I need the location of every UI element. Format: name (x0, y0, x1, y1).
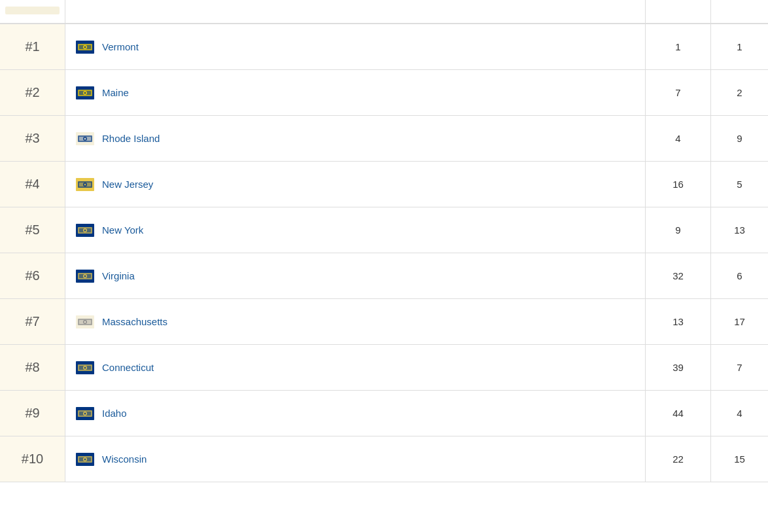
svg-point-19 (84, 183, 86, 185)
rank-cell: #8 (0, 345, 65, 390)
rank-cell: #2 (0, 70, 65, 115)
table-row[interactable]: #8 Connecticut 39 7 (0, 345, 768, 391)
state-cell: Virginia (65, 259, 645, 293)
state-flag (76, 41, 94, 54)
svg-point-9 (84, 92, 86, 94)
state-column-header[interactable] (65, 0, 645, 23)
rankings-table: #1 Vermont 1 1 #2 Maine 7 2 #3 (0, 0, 768, 482)
table-row[interactable]: #1 Vermont 1 1 (0, 24, 768, 70)
rank-cell: #1 (0, 24, 65, 69)
corrections-cell: 16 (645, 162, 710, 207)
rank-cell: #9 (0, 391, 65, 436)
svg-point-24 (84, 229, 86, 231)
rank-cell: #10 (0, 436, 65, 482)
safety-cell: 2 (710, 70, 768, 115)
corrections-cell: 44 (645, 391, 710, 436)
state-name[interactable]: Vermont (102, 41, 139, 52)
state-cell: Rhode Island (65, 122, 645, 156)
safety-cell: 6 (710, 253, 768, 298)
safety-cell: 17 (710, 299, 768, 344)
state-name[interactable]: Maine (102, 87, 129, 98)
safety-cell: 13 (710, 207, 768, 253)
state-flag (76, 86, 94, 99)
state-flag (76, 178, 94, 191)
rank-cell: #6 (0, 253, 65, 298)
state-name[interactable]: New Jersey (102, 179, 153, 190)
state-flag (76, 315, 94, 328)
safety-cell: 4 (710, 391, 768, 436)
table-body: #1 Vermont 1 1 #2 Maine 7 2 #3 (0, 24, 768, 482)
table-row[interactable]: #6 Virginia 32 6 (0, 253, 768, 299)
state-name[interactable]: Idaho (102, 408, 127, 419)
corrections-cell: 13 (645, 299, 710, 344)
rank-cell: #4 (0, 162, 65, 207)
table-row[interactable]: #2 Maine 7 2 (0, 70, 768, 116)
corrections-cell: 7 (645, 70, 710, 115)
corrections-cell: 4 (645, 116, 710, 161)
corrections-cell: 32 (645, 253, 710, 298)
svg-point-29 (84, 275, 86, 277)
state-name[interactable]: Connecticut (102, 362, 154, 373)
state-flag (76, 270, 94, 283)
state-cell: Idaho (65, 397, 645, 431)
state-cell: New York (65, 213, 645, 247)
table-row[interactable]: #9 Idaho 44 4 (0, 391, 768, 436)
svg-point-4 (84, 46, 86, 48)
state-name[interactable]: Massachusetts (102, 316, 167, 327)
state-cell: Massachusetts (65, 305, 645, 339)
state-flag (76, 224, 94, 237)
safety-cell: 5 (710, 162, 768, 207)
table-row[interactable]: #10 Wisconsin 22 15 (0, 436, 768, 482)
safety-cell: 7 (710, 345, 768, 390)
corrections-column-header[interactable] (645, 0, 710, 23)
svg-point-34 (84, 321, 86, 323)
safety-cell: 9 (710, 116, 768, 161)
state-flag (76, 453, 94, 466)
safety-cell: 1 (710, 24, 768, 69)
state-flag (76, 361, 94, 374)
state-flag (76, 132, 94, 145)
safety-column-header[interactable] (710, 0, 768, 23)
state-cell: Maine (65, 76, 645, 110)
table-row[interactable]: #5 New York 9 13 (0, 207, 768, 253)
svg-point-39 (84, 366, 86, 368)
state-cell: New Jersey (65, 168, 645, 202)
state-name[interactable]: Rhode Island (102, 133, 160, 144)
safety-cell: 15 (710, 436, 768, 482)
svg-point-14 (84, 137, 86, 139)
corrections-cell: 39 (645, 345, 710, 390)
table-row[interactable]: #4 New Jersey 16 5 (0, 162, 768, 207)
state-flag (76, 407, 94, 420)
corrections-cell: 1 (645, 24, 710, 69)
rank-column-header[interactable] (0, 0, 65, 23)
svg-point-44 (84, 412, 86, 414)
corrections-cell: 22 (645, 436, 710, 482)
state-cell: Wisconsin (65, 442, 645, 476)
state-name[interactable]: Virginia (102, 270, 135, 281)
corrections-cell: 9 (645, 207, 710, 253)
state-name[interactable]: Wisconsin (102, 453, 147, 465)
table-header (0, 0, 768, 24)
rank-cell: #7 (0, 299, 65, 344)
state-cell: Vermont (65, 30, 645, 64)
state-cell: Connecticut (65, 351, 645, 385)
table-row[interactable]: #3 Rhode Island 4 9 (0, 116, 768, 162)
state-name[interactable]: New York (102, 224, 143, 236)
rank-cell: #3 (0, 116, 65, 161)
svg-point-49 (84, 458, 86, 460)
rank-cell: #5 (0, 207, 65, 253)
table-row[interactable]: #7 Massachusetts 13 17 (0, 299, 768, 345)
